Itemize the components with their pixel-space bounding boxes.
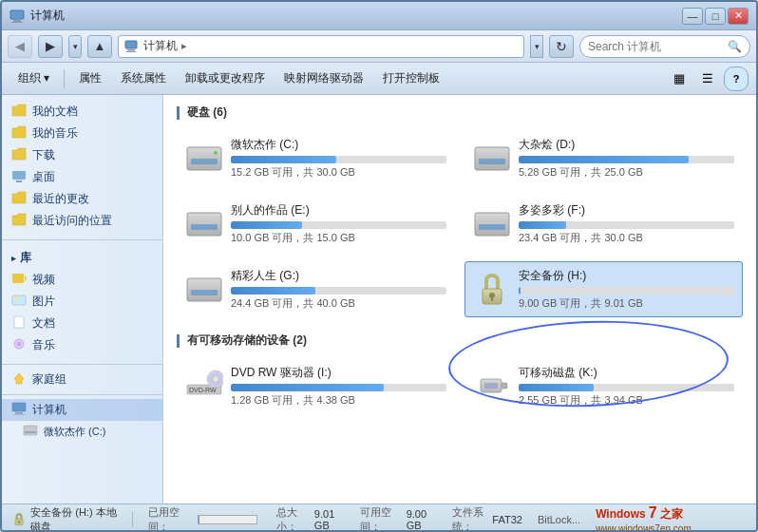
toolbar-divider-1 bbox=[64, 69, 65, 88]
minimize-button[interactable]: — bbox=[682, 8, 703, 25]
window: 计算机 — □ ✕ ◀ ▶ ▾ ▲ 计算机 ▸ ▾ ↻ 🔍 组 bbox=[0, 0, 758, 532]
map-drive-button[interactable]: 映射网络驱动器 bbox=[275, 66, 372, 91]
hard-drives-label: 硬盘 (6) bbox=[187, 104, 227, 121]
drive-d-bar-fill bbox=[519, 156, 689, 163]
organize-button[interactable]: 组织 ▾ bbox=[9, 66, 58, 91]
drive-e-info: 别人的作品 (E:) 10.0 GB 可用，共 15.0 GB bbox=[231, 202, 446, 245]
locations-icon bbox=[11, 213, 27, 229]
drive-item-c[interactable]: 微软杰作 (C:) 15.2 GB 可用，共 30.0 GB bbox=[177, 130, 455, 186]
system-props-button[interactable]: 系统属性 bbox=[112, 66, 175, 91]
uninstall-button[interactable]: 卸载或更改程序 bbox=[177, 66, 274, 91]
sidebar-label-documents: 文档 bbox=[32, 315, 55, 332]
sidebar-item-pictures[interactable]: 图片 bbox=[2, 291, 162, 313]
drive-item-e[interactable]: 别人的作品 (E:) 10.0 GB 可用，共 15.0 GB bbox=[177, 196, 455, 252]
sidebar-item-videos[interactable]: 视频 bbox=[2, 269, 162, 291]
svg-marker-9 bbox=[25, 275, 27, 282]
sidebar-label-videos: 视频 bbox=[32, 272, 55, 288]
forward-button[interactable]: ▶ bbox=[38, 35, 63, 58]
drive-h-bar-bg bbox=[519, 287, 734, 294]
drive-e-bar-bg bbox=[231, 221, 446, 229]
removable-label: 有可移动存储的设备 (2) bbox=[187, 332, 307, 349]
sidebar-item-mydocs[interactable]: 我的文档 bbox=[2, 101, 162, 123]
drive-e-size: 10.0 GB 可用，共 15.0 GB bbox=[231, 231, 446, 245]
drive-item-k[interactable]: 可移动磁盘 (K:) 2.55 GB 可用，共 3.94 GB bbox=[464, 358, 743, 414]
refresh-button[interactable]: ↻ bbox=[549, 35, 574, 58]
toolbar: 组织 ▾ 属性 系统属性 卸载或更改程序 映射网络驱动器 打开控制板 ▦ ☰ ? bbox=[2, 63, 756, 95]
sidebar-item-label: 我的文档 bbox=[32, 104, 78, 120]
control-panel-button[interactable]: 打开控制板 bbox=[374, 66, 448, 91]
svg-rect-2 bbox=[11, 22, 23, 23]
sidebar-item-driveC[interactable]: 微软杰作 (C:) bbox=[2, 421, 162, 443]
svg-rect-32 bbox=[491, 297, 493, 301]
back-button[interactable]: ◀ bbox=[8, 35, 32, 58]
svg-rect-4 bbox=[127, 49, 135, 51]
drive-item-h[interactable]: 安全备份 (H:) 9.00 GB 可用，共 9.01 GB bbox=[464, 261, 743, 317]
help-button[interactable]: ? bbox=[724, 66, 749, 91]
drive-e-icon bbox=[185, 209, 223, 239]
drive-h-info: 安全备份 (H:) 9.00 GB 可用，共 9.01 GB bbox=[519, 268, 734, 311]
drive-g-bar-bg bbox=[231, 287, 446, 294]
drive-c-size: 15.2 GB 可用，共 30.0 GB bbox=[231, 165, 446, 180]
up-button[interactable]: ▲ bbox=[87, 35, 112, 58]
properties-button[interactable]: 属性 bbox=[70, 66, 110, 91]
drive-k-info: 可移动磁盘 (K:) 2.55 GB 可用，共 3.94 GB bbox=[519, 365, 734, 408]
drive-h-bar-fill bbox=[519, 287, 521, 294]
svg-rect-25 bbox=[191, 224, 218, 230]
favorites-section: 我的文档 我的音乐 下载 bbox=[2, 101, 162, 232]
close-button[interactable]: ✕ bbox=[728, 8, 749, 25]
drive-item-f[interactable]: 多姿多彩 (F:) 23.4 GB 可用，共 30.0 GB bbox=[464, 196, 743, 252]
maximize-button[interactable]: □ bbox=[705, 8, 726, 25]
sidebar-item-documents[interactable]: 文档 bbox=[2, 313, 162, 334]
svg-rect-5 bbox=[126, 51, 136, 52]
view-button[interactable]: ▦ bbox=[667, 66, 692, 91]
drive-item-i[interactable]: DVD-RW bbox=[177, 358, 455, 414]
sidebar-item-music[interactable]: 音乐 bbox=[2, 334, 162, 356]
video-icon bbox=[11, 272, 27, 288]
address-sep: ▸ bbox=[181, 40, 187, 52]
drive-d-size: 5.28 GB 可用，共 25.0 GB bbox=[519, 165, 734, 180]
title-controls: — □ ✕ bbox=[682, 8, 749, 25]
svg-rect-39 bbox=[484, 383, 498, 389]
sidebar-label-driveC: 微软杰作 (C:) bbox=[44, 425, 105, 439]
sidebar-item-recentlocations[interactable]: 最近访问的位置 bbox=[2, 210, 162, 232]
hard-drives-title: 硬盘 (6) bbox=[177, 104, 743, 121]
status-free-label: 可用空间： bbox=[360, 505, 402, 533]
recent-icon bbox=[11, 191, 27, 207]
nav-dropdown[interactable]: ▾ bbox=[68, 35, 82, 58]
status-used-label: 已用空间： bbox=[148, 505, 190, 533]
address-arrow[interactable]: ▾ bbox=[530, 35, 543, 58]
sidebar-item-mymusic[interactable]: 我的音乐 bbox=[2, 123, 162, 144]
library-section: ▸ 库 视频 图片 bbox=[2, 244, 162, 356]
drive-item-g[interactable]: 精彩人生 (G:) 24.4 GB 可用，共 40.0 GB bbox=[177, 261, 455, 317]
status-drive-info: 安全备份 (H:) 本地磁盘 bbox=[11, 505, 117, 533]
sidebar-item-downloads[interactable]: 下载 bbox=[2, 144, 162, 166]
title-bar-left: 计算机 bbox=[9, 8, 65, 24]
drive-i-icon: DVD-RW bbox=[185, 371, 223, 402]
homegroup-icon bbox=[11, 371, 27, 388]
sidebar-item-homegroup[interactable]: 家庭组 bbox=[2, 369, 162, 390]
drive-k-bar-fill bbox=[519, 384, 594, 391]
drive-g-bar-fill bbox=[231, 287, 315, 294]
watermark-area: Windows 7 之家 www.windows7en.com bbox=[596, 504, 747, 532]
view-list-button[interactable]: ☰ bbox=[695, 66, 720, 91]
drive-c-bar-bg bbox=[231, 156, 446, 163]
status-bitlock-label: BitLock... bbox=[538, 514, 580, 525]
drive-item-d[interactable]: 大杂烩 (D:) 5.28 GB 可用，共 25.0 GB bbox=[464, 130, 743, 186]
status-fs: 文件系统： FAT32 bbox=[452, 505, 522, 533]
svg-point-13 bbox=[17, 342, 21, 346]
svg-rect-27 bbox=[479, 224, 505, 230]
search-box[interactable]: 🔍 bbox=[579, 35, 750, 58]
search-input[interactable] bbox=[588, 40, 724, 53]
drive-f-icon bbox=[473, 209, 511, 239]
sidebar-item-desktop[interactable]: 桌面 bbox=[2, 166, 162, 188]
used-bar-fill bbox=[199, 516, 199, 523]
folder-icon bbox=[11, 104, 27, 120]
sidebar-label-recentlocations: 最近访问的位置 bbox=[32, 213, 112, 229]
sidebar-item-recentchanges[interactable]: 最近的更改 bbox=[2, 188, 162, 210]
sidebar-label-desktop: 桌面 bbox=[32, 169, 55, 185]
triangle-icon: ▸ bbox=[11, 254, 16, 263]
sidebar-item-computer[interactable]: 计算机 bbox=[2, 399, 162, 421]
address-field[interactable]: 计算机 ▸ bbox=[118, 35, 524, 58]
status-total-label: 总大小： bbox=[276, 505, 310, 533]
drive-k-icon bbox=[473, 371, 511, 402]
